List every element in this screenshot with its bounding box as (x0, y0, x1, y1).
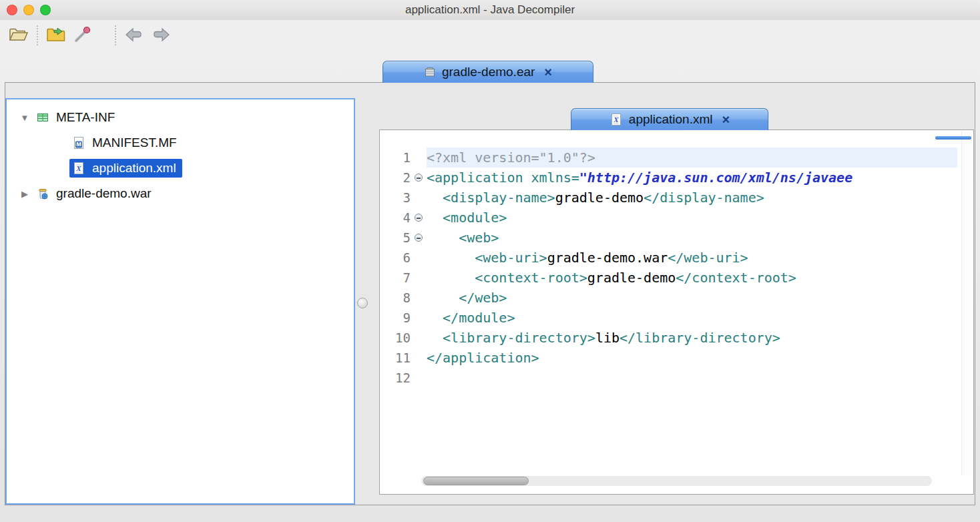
disclosure-collapsed-icon[interactable]: ▶ (16, 189, 33, 199)
search-wand-icon (73, 26, 92, 45)
code-text: </module> (427, 308, 957, 328)
code-line: 6 <web-uri>gradle-demo.war</web-uri> (387, 248, 957, 268)
app-window: application.xml - Java Decompiler gradle… (0, 0, 980, 522)
toolbar-separator (37, 25, 38, 45)
disclosure-expanded-icon[interactable]: ▼ (16, 113, 33, 123)
line-number: 7 (387, 270, 411, 285)
code-text: <application xmlns="http://java.sun.com/… (427, 168, 957, 188)
code-line: 7 <context-root>gradle-demo</context-roo… (387, 268, 957, 288)
code-text: <web-uri>gradle-demo.war</web-uri> (427, 248, 957, 268)
splitter-handle[interactable] (357, 298, 368, 308)
tree-item-application-xml[interactable]: Xapplication.xml (7, 156, 354, 181)
line-number: 8 (387, 290, 411, 305)
vertical-scrollbar[interactable] (961, 132, 972, 475)
minimize-window-button[interactable] (23, 5, 34, 15)
code-token: gradle-demo.war (547, 250, 668, 266)
scroll-position-accent (935, 136, 971, 140)
code-token: gradle-demo (555, 190, 644, 206)
titlebar: application.xml - Java Decompiler (0, 0, 980, 20)
horizontal-scrollbar-thumb[interactable] (423, 477, 529, 485)
back-button[interactable] (121, 22, 148, 49)
ear-archive-icon (424, 66, 436, 78)
tree-item-gradle-demo-war[interactable]: ▶gradle-demo.war (7, 181, 354, 206)
code-line: 4 <module> (387, 208, 957, 228)
code-token: <context-root> (427, 270, 587, 286)
code-token: </library-directory> (620, 330, 780, 346)
tree-item-content: gradle-demo.war (33, 184, 158, 203)
open-type-button[interactable] (43, 22, 69, 49)
fold-collapse-icon[interactable] (411, 234, 427, 242)
file-tree: ▼META-INFMMANIFEST.MFXapplication.xml▶gr… (5, 98, 355, 505)
tree-item-manifest-mf[interactable]: MMANIFEST.MF (7, 130, 354, 156)
code-text: <web> (427, 228, 957, 248)
editor-tab-close-icon[interactable]: × (722, 113, 730, 126)
code-token: </display-name> (644, 190, 764, 206)
code-token: </web> (427, 290, 507, 306)
line-number: 5 (387, 230, 411, 245)
package-icon (35, 110, 50, 125)
line-number: 6 (387, 250, 411, 265)
code-token: <?xml version="1.0"?> (427, 150, 595, 166)
code-text: </application> (427, 348, 957, 368)
archive-tab-label: gradle-demo.ear (442, 65, 535, 79)
code-token: </context-root> (676, 270, 796, 286)
forward-arrow-icon (151, 27, 171, 45)
editor-tab[interactable]: X application.xml × (571, 108, 768, 130)
code-token: <display-name> (427, 190, 555, 206)
tree-item-content: META-INF (33, 108, 121, 127)
fold-collapse-icon[interactable] (411, 214, 427, 222)
open-file-button[interactable] (5, 22, 32, 49)
open-folder-icon (9, 26, 29, 45)
archive-tab[interactable]: gradle-demo.ear × (383, 61, 593, 83)
code-token: </application> (427, 350, 539, 366)
code-lines: 1<?xml version="1.0"?>2<application xmln… (387, 148, 957, 470)
code-token: "http://java.sun.com/xml/ns/javaee (579, 170, 852, 186)
code-token: <application xmlns= (427, 170, 579, 186)
tree-item-label: MANIFEST.MF (92, 136, 177, 150)
code-line: 11</application> (387, 348, 957, 368)
tree-item-meta-inf[interactable]: ▼META-INF (7, 105, 354, 130)
xml-file-icon: X (609, 113, 623, 126)
code-token: gradle-demo (587, 270, 676, 286)
line-number: 2 (387, 170, 411, 185)
code-line: 9 </module> (387, 308, 957, 328)
code-token: </web-uri> (668, 250, 748, 266)
fold-collapse-icon[interactable] (415, 174, 423, 182)
code-text (427, 368, 957, 388)
line-number: 3 (387, 190, 411, 205)
code-line: 12 (387, 368, 957, 388)
tree-item-label: application.xml (92, 161, 176, 176)
code-token: <web-uri> (427, 250, 547, 266)
archive-tab-close-icon[interactable]: × (544, 65, 552, 79)
open-type-icon (46, 26, 66, 45)
code-text: </web> (427, 288, 957, 308)
code-token: lib (595, 330, 620, 346)
code-text: <context-root>gradle-demo</context-root> (427, 268, 957, 288)
line-number: 1 (387, 150, 411, 165)
tree-item-label: META-INF (56, 110, 115, 125)
line-number: 10 (387, 330, 411, 345)
code-line: 8 </web> (387, 288, 957, 308)
war-file-icon (35, 186, 50, 201)
toolbar (0, 20, 980, 51)
close-window-button[interactable] (7, 5, 17, 15)
forward-button[interactable] (148, 22, 174, 49)
zoom-window-button[interactable] (40, 5, 51, 15)
line-number: 9 (387, 310, 411, 325)
code-line: 10 <library-directory>lib</library-direc… (387, 328, 957, 348)
xml-file-icon: X (71, 161, 86, 176)
horizontal-scrollbar[interactable] (421, 476, 932, 486)
search-button[interactable] (69, 22, 96, 49)
fold-collapse-icon[interactable] (411, 174, 427, 182)
back-arrow-icon (124, 27, 144, 45)
code-token: </module> (427, 310, 515, 326)
line-number: 4 (387, 210, 411, 225)
toolbar-separator (115, 25, 116, 45)
tree-item-label: gradle-demo.war (56, 186, 152, 201)
svg-text:M: M (76, 141, 81, 148)
manifest-file-icon: M (71, 136, 86, 150)
fold-collapse-icon[interactable] (415, 214, 423, 222)
fold-collapse-icon[interactable] (415, 234, 423, 242)
code-text: <?xml version="1.0"?> (427, 148, 957, 168)
line-number: 11 (387, 350, 411, 365)
